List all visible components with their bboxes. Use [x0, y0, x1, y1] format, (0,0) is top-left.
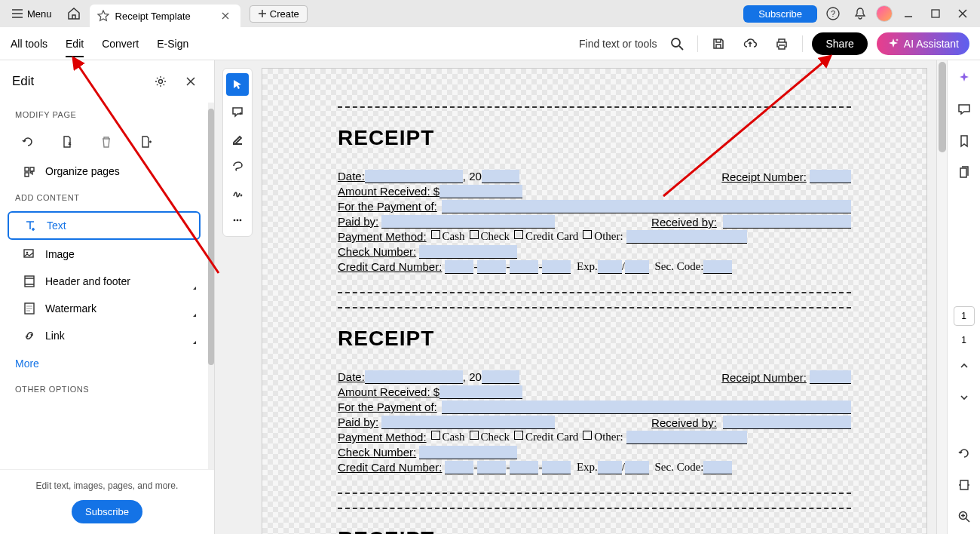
lasso-icon [231, 160, 243, 172]
cloud-button[interactable] [739, 33, 761, 54]
plus-icon [258, 9, 267, 18]
bookmarks-button[interactable] [953, 130, 975, 152]
sidebar-scrollbar[interactable] [208, 103, 214, 469]
canvas-wrap: RECEIPT Date: , 20 Receipt Number: Amoun… [215, 60, 947, 534]
settings-button[interactable] [149, 71, 172, 92]
tab-all-tools[interactable]: All tools [11, 30, 47, 57]
link-icon [23, 329, 36, 342]
home-icon [67, 7, 81, 20]
rotate-button[interactable] [17, 131, 39, 152]
sidebar-subscribe-button[interactable]: Subscribe [72, 500, 142, 523]
search-icon [670, 37, 684, 51]
organize-icon [23, 164, 36, 178]
avatar[interactable] [876, 5, 893, 22]
header-footer-item[interactable]: Header and footer [8, 269, 201, 294]
link-item[interactable]: Link [8, 323, 201, 348]
close-sidebar-button[interactable] [179, 71, 202, 92]
add-image-item[interactable]: Image [8, 241, 201, 267]
maximize-button[interactable] [924, 3, 947, 24]
sidebar-title: Edit [12, 74, 142, 89]
find-label: Find text or tools [579, 38, 657, 50]
thumbnails-button[interactable] [953, 161, 975, 184]
svg-point-9 [234, 219, 236, 222]
delete-button[interactable] [95, 131, 118, 152]
sparkle-icon [887, 38, 899, 50]
dots-icon [231, 214, 243, 226]
tab-convert[interactable]: Convert [102, 30, 139, 57]
edit-sidebar: Edit MODIFY PAGE Organize pages [0, 60, 215, 534]
chevron-up-icon [959, 361, 969, 371]
sign-tool[interactable] [226, 182, 249, 204]
sparkle-icon [957, 71, 971, 84]
star-icon [97, 10, 109, 22]
total-pages: 1 [961, 335, 966, 345]
image-label: Image [45, 248, 75, 260]
rotate-icon [21, 135, 35, 149]
ai-panel-button[interactable] [953, 66, 975, 89]
page-input[interactable]: 1 [954, 306, 975, 326]
maximize-icon [930, 8, 941, 19]
zoom-button[interactable] [953, 505, 975, 528]
document-tab[interactable]: Receipt Template [90, 5, 240, 27]
cursor-icon [231, 78, 243, 91]
organize-pages-item[interactable]: Organize pages [8, 158, 201, 184]
create-button[interactable]: Create [250, 5, 308, 23]
page-down-button[interactable] [953, 386, 975, 409]
close-icon [185, 76, 196, 87]
page-up-button[interactable] [953, 354, 975, 377]
watermark-label: Watermark [45, 302, 96, 315]
page-scrollbar[interactable] [936, 60, 947, 534]
add-text-item[interactable]: Text [8, 211, 201, 240]
page-insert-icon [139, 135, 152, 149]
close-icon [957, 8, 968, 19]
more-link[interactable]: More [0, 350, 208, 377]
help-icon: ? [826, 7, 840, 20]
comments-panel-button[interactable] [953, 98, 975, 121]
insert-button[interactable] [134, 131, 157, 152]
svg-point-11 [240, 219, 242, 222]
highlight-tool[interactable] [226, 127, 249, 150]
menu-button[interactable]: Menu [6, 5, 58, 23]
find-button[interactable] [666, 33, 688, 54]
subscribe-button[interactable]: Subscribe [743, 5, 817, 23]
header-footer-icon [23, 275, 36, 288]
save-button[interactable] [707, 33, 730, 54]
svg-text:?: ? [831, 9, 835, 18]
minimize-button[interactable] [897, 3, 920, 24]
share-button[interactable]: Share [812, 32, 867, 55]
comment-icon [231, 106, 243, 118]
rotate-view-button[interactable] [953, 442, 975, 465]
fit-width-button[interactable] [953, 474, 975, 496]
ai-assistant-button[interactable]: AI Assistant [877, 32, 969, 55]
signature-icon [231, 187, 243, 199]
tab-title: Receipt Template [115, 11, 191, 22]
more-tools[interactable] [226, 209, 249, 232]
close-window-button[interactable] [951, 3, 974, 24]
text-label: Text [47, 219, 66, 232]
receipt-title: RECEIPT [338, 527, 851, 534]
watermark-item[interactable]: Watermark [8, 296, 201, 321]
toolbar: All tools Edit Convert E-Sign Find text … [0, 27, 980, 60]
gear-icon [154, 75, 167, 88]
select-tool[interactable] [226, 73, 249, 96]
notifications-button[interactable] [849, 3, 871, 24]
page-area[interactable]: RECEIPT Date: , 20 Receipt Number: Amoun… [253, 60, 936, 534]
create-label: Create [270, 8, 299, 20]
extract-button[interactable] [56, 131, 78, 152]
close-icon [222, 12, 229, 20]
print-button[interactable] [770, 33, 793, 54]
bell-icon [853, 7, 867, 20]
document-page: RECEIPT Date: , 20 Receipt Number: Amoun… [262, 68, 927, 534]
comment-tool[interactable] [226, 100, 249, 123]
right-rail: 1 1 [947, 60, 980, 534]
tab-esign[interactable]: E-Sign [157, 30, 188, 57]
text-icon [24, 219, 38, 232]
tab-close[interactable] [219, 10, 231, 22]
help-button[interactable]: ? [822, 3, 844, 24]
minimize-icon [903, 8, 914, 19]
draw-tool[interactable] [226, 155, 249, 177]
home-button[interactable] [63, 3, 85, 24]
organize-label: Organize pages [45, 165, 120, 177]
svg-rect-7 [25, 276, 34, 287]
tab-edit[interactable]: Edit [66, 30, 84, 57]
